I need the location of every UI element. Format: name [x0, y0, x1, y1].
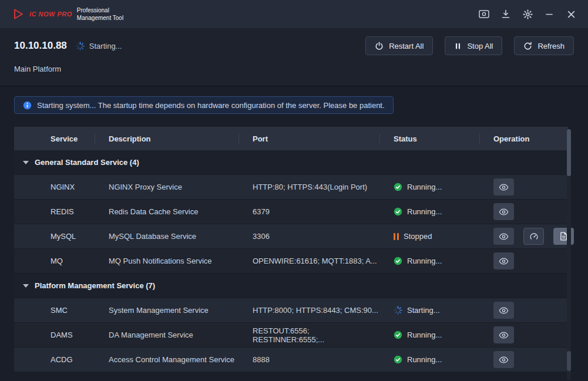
titlebar: IC NOW PRO Professional Management Tool — [0, 0, 588, 28]
service-status: Running... — [379, 257, 479, 265]
scrollbar-thumb[interactable] — [567, 351, 571, 371]
startup-info-banner: Starting system... The startup time depe… — [14, 96, 394, 114]
table-row: SMC System Management Service HTTP:8000;… — [14, 298, 568, 323]
service-port: HTTP:80; HTTPS:443(Login Port) — [238, 183, 379, 191]
service-name: NGINX — [14, 183, 95, 191]
stop-all-button[interactable]: Stop All — [445, 36, 502, 55]
gauge-icon — [529, 232, 539, 241]
service-name: MQ — [14, 257, 95, 265]
col-port: Port — [238, 133, 379, 144]
table-row: MySQL MySQL Database Service 3306 Stoppe… — [14, 224, 568, 249]
server-header: 10.10.10.88 Starting... Restart All Stop… — [0, 28, 588, 86]
view-button[interactable] — [493, 178, 514, 195]
group-rows: NGINX NGINX Proxy Service HTTP:80; HTTPS… — [14, 175, 568, 274]
service-port: HTTP:8000; HTTPS:8443; CMS:90... — [238, 306, 379, 315]
check-circle-icon — [394, 331, 402, 339]
service-status: Running... — [379, 207, 479, 216]
view-button[interactable] — [493, 203, 514, 220]
service-description: MQ Push Notifications Service — [95, 257, 238, 265]
view-button[interactable] — [493, 351, 514, 368]
group-header-general-standard[interactable]: General Standard Service (4) — [14, 150, 568, 175]
service-port: 8888 — [238, 355, 379, 364]
table-row: MQ MQ Push Notifications Service OPENWIR… — [14, 249, 568, 274]
col-service: Service — [14, 133, 95, 144]
check-circle-icon — [394, 207, 402, 216]
service-port: RESTOUT:6556; RESTINNER:6555;... — [238, 326, 379, 344]
download-icon[interactable] — [497, 5, 515, 23]
service-port: 3306 — [238, 232, 379, 241]
services-table: Service Description Port Status Operatio… — [14, 127, 568, 372]
service-description: DA Management Service — [95, 331, 238, 339]
close-icon[interactable] — [562, 5, 580, 23]
col-status: Status — [379, 133, 479, 144]
scrollbar-thumb[interactable] — [567, 129, 571, 176]
service-name: SMC — [14, 306, 95, 315]
view-button[interactable] — [493, 326, 514, 343]
app-subtitle: Professional Management Tool — [77, 6, 123, 22]
service-description: MySQL Database Service — [95, 232, 238, 241]
col-operation: Operation — [479, 133, 568, 144]
service-status: Stopped — [379, 232, 479, 241]
server-ip: 10.10.10.88 — [14, 40, 67, 52]
service-name: DAMS — [14, 331, 95, 339]
group-rows: SMC System Management Service HTTP:8000;… — [14, 298, 568, 372]
check-circle-icon — [394, 257, 402, 265]
server-status-text: Starting... — [89, 42, 122, 50]
power-icon — [375, 42, 384, 50]
banner-message: Starting system... The startup time depe… — [37, 101, 385, 110]
info-icon — [23, 101, 32, 110]
service-status: Starting... — [379, 306, 479, 315]
refresh-button[interactable]: Refresh — [514, 36, 574, 55]
service-description: System Management Service — [95, 306, 238, 315]
eye-icon — [499, 184, 509, 191]
start-button[interactable] — [523, 228, 544, 245]
stopped-pause-icon — [394, 233, 399, 240]
check-circle-icon — [394, 355, 402, 364]
check-circle-icon — [394, 183, 402, 191]
view-button[interactable] — [493, 228, 514, 245]
service-name: MySQL — [14, 232, 95, 241]
service-name: ACDG — [14, 355, 95, 364]
caret-down-icon — [23, 284, 29, 288]
refresh-icon — [523, 42, 532, 50]
service-description: Redis Data Cache Service — [95, 207, 238, 216]
minimize-icon[interactable] — [540, 5, 558, 23]
service-status: Running... — [379, 183, 479, 191]
caret-down-icon — [23, 161, 29, 164]
eye-icon — [499, 307, 509, 314]
brand-text: IC NOW PRO — [29, 11, 72, 18]
service-status: Running... — [379, 331, 479, 339]
capture-icon[interactable] — [475, 5, 493, 23]
table-row: ACDG Access Control Management Service 8… — [14, 348, 568, 372]
platform-label: Main Platform — [14, 65, 574, 73]
eye-icon — [499, 258, 509, 265]
eye-icon — [499, 356, 509, 363]
group-header-platform-management[interactable]: Platform Management Service (7) — [14, 274, 568, 298]
pause-icon — [454, 42, 462, 50]
server-status: Starting... — [76, 42, 122, 50]
spinner-icon — [76, 42, 85, 50]
view-button[interactable] — [493, 302, 514, 319]
view-button[interactable] — [493, 252, 514, 269]
service-port: OPENWIRE:61616; MQTT:1883; A... — [238, 257, 379, 265]
col-description: Description — [95, 133, 238, 144]
vertical-scrollbar[interactable] — [567, 129, 571, 380]
service-status: Running... — [379, 355, 479, 364]
table-row: DAMS DA Management Service RESTOUT:6556;… — [14, 323, 568, 348]
gear-icon[interactable] — [519, 5, 536, 23]
main-content: Starting system... The startup time depe… — [0, 86, 588, 380]
table-row: REDIS Redis Data Cache Service 6379 Runn… — [14, 200, 568, 224]
service-name: REDIS — [14, 207, 95, 216]
spinner-icon — [394, 306, 402, 315]
service-description: Access Control Management Service — [95, 355, 238, 364]
eye-icon — [499, 208, 509, 215]
eye-icon — [499, 233, 509, 240]
play-logo-icon — [11, 7, 25, 21]
service-port: 6379 — [238, 207, 379, 216]
table-row: NGINX NGINX Proxy Service HTTP:80; HTTPS… — [14, 175, 568, 200]
service-description: NGINX Proxy Service — [95, 183, 238, 191]
eye-icon — [499, 332, 509, 339]
table-header: Service Description Port Status Operatio… — [14, 127, 568, 150]
restart-all-button[interactable]: Restart All — [365, 36, 433, 55]
